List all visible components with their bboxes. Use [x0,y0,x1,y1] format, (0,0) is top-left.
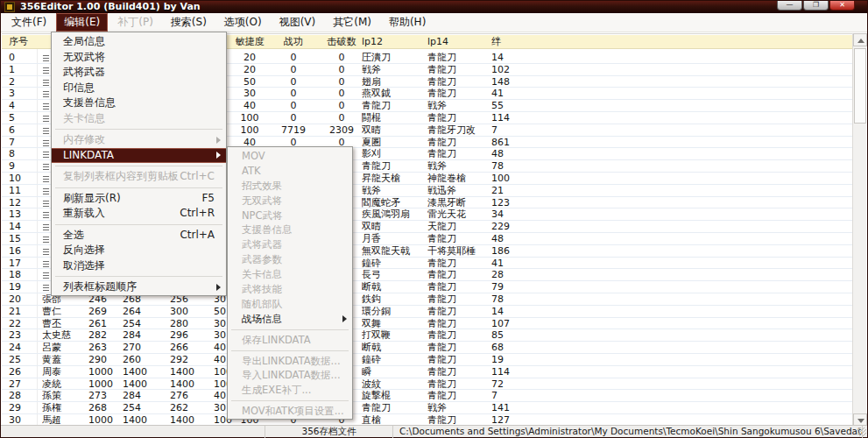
linkdata-submenu-separator [228,398,352,404]
column-header-lp12[interactable]: lp12 [362,35,427,49]
cell-c3: 266 [170,342,212,354]
linkdata-submenu-item-mov[interactable]: MOV [228,149,352,164]
close-button[interactable]: ✕ [829,1,855,11]
resize-grip[interactable] [857,427,866,436]
cell-lp12: 疾風鴻羽扇 [362,208,427,221]
cell-idx: 4 [9,100,37,112]
column-header-idx[interactable]: 序号 [9,35,37,49]
linkdata-submenu-separator [228,327,352,333]
menubar-item-p[interactable]: 补丁(P) [109,13,161,32]
linkdata-submenu-item-movatk[interactable]: MOV和ATK项目设置... [228,404,352,419]
cell-lp12: 戦斧 [362,64,427,76]
edit-menu-separator [52,222,226,228]
edit-menu-item-item-17[interactable]: 取消选择 [52,258,226,274]
cell-bond: 55 [491,100,530,112]
column-header-merit[interactable]: 战功 [270,35,317,49]
edit-menu-item-item-1[interactable]: 无双武将 [52,50,226,66]
linkdata-submenu-item-atk[interactable]: ATK [228,164,352,179]
cell-lp14: 青龍刀 [427,233,490,245]
cell-lp14: 青龍刀 [427,64,490,76]
table-row[interactable]: 23太史慈28228429630打双鞭青龍刀85 [2,329,854,342]
linkdata-submenu-item-exe[interactable]: 生成EXE补丁... [228,383,352,398]
edit-menu-item-item-0[interactable]: 全局信息 [52,34,226,50]
linkdata-submenu-item-linkdata[interactable]: 导出LINKDATA数据... [228,354,352,369]
linkdata-submenu-item-item-10[interactable]: 随机部队 [228,297,352,312]
scroll-up-button[interactable] [853,33,867,46]
table-row[interactable]: 28孫策27328427640旋撃棍青龍刀7 [2,390,854,402]
linkdata-submenu-item-item-2[interactable]: 招式效果 [228,179,352,194]
cell-agi: 30 [228,88,272,100]
cell-lp12: 影刈 [362,148,427,160]
edit-menu-item-item-2[interactable]: 武将武器 [52,65,226,81]
title-bar[interactable]: 356Editor 1.00 (Build401) by Van — ❐ ✕ [1,1,867,13]
linkdata-submenu-item-linkdata[interactable]: 导入LINKDATA数据... [228,368,352,383]
column-header-bond[interactable]: 绊 [491,35,530,49]
table-row[interactable]: 22曹丕26125428030双舞青龍刀107 [2,318,854,330]
table-row[interactable]: 29孫権26825426230青龍刀戦斧141 [2,402,854,414]
table-row[interactable]: 24呂蒙26327026640断戟青龍刀68 [2,342,854,354]
menu-item-label: 武器参数 [242,253,282,265]
edit-menu-item-item-3[interactable]: 印信息 [52,81,226,96]
edit-menu-item-item-5[interactable]: 关卡信息 [52,111,226,127]
edit-menu-item-item-16[interactable]: 反向选择 [52,243,226,258]
app-window: 356Editor 1.00 (Build401) by Van — ❐ ✕ 文… [0,0,868,438]
scrollbar-thumb[interactable] [854,48,866,124]
edit-menu-item-item-15[interactable]: 全选Ctrl+A [52,228,226,244]
menubar-item-s[interactable]: 搜索(S) [163,13,215,32]
edit-menu-item-item-7[interactable]: 内存修改 [52,132,226,148]
linkdata-submenu-item-item-7[interactable]: 武器参数 [228,252,352,267]
column-header-kills[interactable]: 击破数 [315,35,368,49]
linkdata-submenu-item-linkdata[interactable]: 保存LINKDATA [228,333,352,348]
cell-bond: 41 [491,258,530,270]
cell-kills: 0 [315,112,368,124]
linkdata-submenu-item-item-8[interactable]: 关卡信息 [228,267,352,282]
edit-menu-item-r[interactable]: 刷新显示(R)F5 [52,191,226,207]
menubar-item-h[interactable]: 帮助(H) [381,13,434,32]
linkdata-submenu-item-npc[interactable]: NPC武将 [228,208,352,223]
cell-c1: 1000 [88,366,122,378]
column-header-lp14[interactable]: lp14 [427,35,490,49]
menubar-item-m[interactable]: 其它(M) [325,13,379,32]
clipped-name-fragment [43,102,49,110]
menubar-item-o[interactable]: 选项(O) [216,13,270,32]
edit-menu-item-item-10[interactable]: 复制列表框内容到剪贴板Ctrl+C [52,169,226,185]
cell-lp14: 雷光天花 [427,208,490,221]
cell-bond: 7 [491,124,530,137]
linkdata-submenu-item-item-9[interactable]: 武将技能 [228,282,352,297]
menubar-item-f[interactable]: 文件(F) [4,13,54,32]
clipped-name-fragment [43,174,49,182]
edit-menu-item-item-4[interactable]: 支援兽信息 [52,95,226,111]
cell-bond: 28 [491,269,530,281]
linkdata-submenu-item-item-11[interactable]: 战场信息 [228,312,352,327]
minimize-button[interactable]: — [777,1,802,11]
clipped-name-fragment [43,199,49,207]
table-row[interactable]: 21曹仁26926430050環分銅青龍刀14 [2,306,854,318]
cell-c1: 269 [88,306,122,318]
restore-button[interactable]: ❐ [803,1,829,11]
cell-lp12: 断戟 [362,281,427,293]
edit-menu-item-item-19[interactable]: 列表框标题顺序 [52,279,226,295]
submenu-arrow-icon [216,137,221,144]
table-row[interactable]: 27凌統100014001400100波紋青龍刀72 [2,378,854,391]
edit-menu-item-linkdata[interactable]: LINKDATA [52,148,226,164]
menubar-item-v[interactable]: 视图(V) [272,13,324,32]
menu-item-label: 内存修改 [63,133,105,145]
table-row[interactable]: 26周泰100014001400100瞬青龍刀114 [2,366,854,378]
column-header-agi[interactable]: 敏捷度 [228,35,272,49]
cell-bond: 21 [491,185,530,197]
cell-c3: 292 [170,354,212,366]
linkdata-submenu-item-item-5[interactable]: 支援兽信息 [228,223,352,237]
linkdata-submenu-item-item-6[interactable]: 武将武器 [228,237,352,252]
menu-item-label: NPC武将 [242,209,283,222]
cell-idx: 16 [9,245,37,258]
cell-bond: 107 [491,318,530,330]
menu-item-label: 复制列表框内容到剪贴板 [63,170,179,182]
menu-item-label: 关卡信息 [63,112,105,124]
menubar-item-e[interactable]: 编辑(E) [56,13,108,32]
table-row[interactable]: 25黄蓋29026029240鐘砕青龍刀19 [2,354,854,366]
edit-menu-item-item-13[interactable]: 重新载入Ctrl+R [52,206,226,222]
cell-idx: 1 [9,64,37,76]
linkdata-submenu-item-item-3[interactable]: 无双武将 [228,194,352,208]
cell-name: 孫策 [42,390,88,402]
vertical-scrollbar[interactable] [852,33,866,427]
